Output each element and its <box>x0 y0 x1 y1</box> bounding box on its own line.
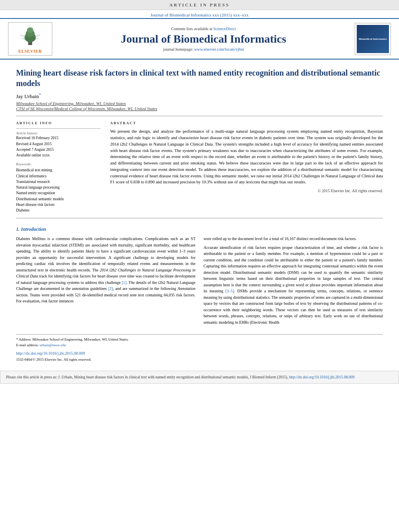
abstract-column: ABSTRACT We present the design, and anal… <box>110 121 383 213</box>
jbi-logo-inner: Biomedical Informatics <box>357 25 389 53</box>
footnote-1: * Address: Milwaukee School of Engineeri… <box>16 337 383 343</box>
aip-text: ARTICLE IN PRESS <box>169 2 230 7</box>
history-label: Article history: <box>16 131 101 135</box>
citation-text: Please cite this article in press as: J.… <box>6 375 288 379</box>
article-title: Mining heart disease risk factors in cli… <box>16 68 383 88</box>
body-content: 1. Introduction Diabetes Mellitus is a c… <box>16 226 383 328</box>
journal-reference: Journal of Biomedical Informatics xxx (2… <box>0 10 399 18</box>
jbi-logo: Biomedical Informatics <box>355 23 391 55</box>
article-info-header: ARTICLE INFO <box>16 121 101 125</box>
divider-1 <box>16 116 383 116</box>
main-content: Mining heart disease risk factors in cli… <box>0 60 399 371</box>
keyword-5: Named entity recognition <box>16 190 101 196</box>
intro-left-text: Diabetes Mellitus is a common disease wi… <box>16 236 195 304</box>
doi-link-1[interactable]: http://dx.doi.org/10.1016/j.jbi.2015.08.… <box>16 351 85 355</box>
homepage-line: journal homepage: www.elsevier.com/locat… <box>56 47 351 51</box>
article-info-column: ARTICLE INFO Article history: Received 1… <box>16 121 101 213</box>
keywords-label: Keywords: <box>16 162 101 166</box>
citation-doi-link[interactable]: http://dx.doi.org/10.1016/j.jbi.2015.08.… <box>289 375 355 379</box>
abstract-text: We present the design, and analyze the p… <box>110 128 383 185</box>
author-name: Jay Urbain* <box>16 92 383 100</box>
col-divider <box>16 128 101 129</box>
author-sup: * <box>39 92 41 97</box>
svg-point-3 <box>27 27 33 33</box>
revised-date: Revised 4 August 2015 <box>16 141 101 147</box>
affiliation-2: CTSI of SE Wisconsin/Medical College of … <box>16 107 383 111</box>
svg-line-7 <box>35 38 38 39</box>
email-link[interactable]: urbain@msoe.edu <box>39 343 66 347</box>
keyword-1: Biomedical text mining <box>16 167 101 173</box>
keyword-3: Translational research <box>16 179 101 185</box>
footnotes: * Address: Milwaukee School of Engineeri… <box>16 334 383 363</box>
footnote-email: E-mail address: urbain@msoe.edu <box>16 343 383 348</box>
divider-2 <box>16 218 383 218</box>
sciencedirect-link[interactable]: ScienceDirect <box>213 27 236 31</box>
keyword-8: Diabetes <box>16 207 101 213</box>
journal-header: ELSEVIER Contents lists available at Sci… <box>0 18 399 60</box>
intro-right-text: were rolled up to the document level for… <box>204 236 383 325</box>
abstract-header: ABSTRACT <box>110 121 383 125</box>
journal-ref-text: Journal of Biomedical Informatics xxx (2… <box>150 12 249 17</box>
citation-box: Please cite this article in press as: J.… <box>0 371 399 384</box>
copyright: © 2015 Elsevier Inc. All rights reserved… <box>110 189 383 193</box>
received-date: Received 16 February 2015 <box>16 135 101 141</box>
intro-section-title: 1. Introduction <box>16 226 383 232</box>
keyword-2: Clinical informatics <box>16 173 101 179</box>
homepage-link[interactable]: www.elsevier.com/locate/yjbin <box>194 47 244 51</box>
intro-right-col: were rolled up to the document level for… <box>204 236 383 328</box>
journal-title: Journal of Biomedical Informatics <box>56 33 351 45</box>
elsevier-name: ELSEVIER <box>19 49 42 53</box>
aip-banner: ARTICLE IN PRESS <box>0 0 399 10</box>
intro-two-col: Diabetes Mellitus is a common disease wi… <box>16 236 383 328</box>
svg-line-6 <box>22 38 25 39</box>
journal-header-center: Contents lists available at ScienceDirec… <box>52 27 355 51</box>
article-info-abstract: ARTICLE INFO Article history: Received 1… <box>16 121 383 213</box>
affiliation-1: Milwaukee School of Engineering, Milwauk… <box>16 101 383 106</box>
sciencedirect-line: Contents lists available at ScienceDirec… <box>56 27 351 31</box>
keyword-6: Distributional semantic models <box>16 196 101 202</box>
keyword-7: Heart disease risk factors <box>16 202 101 207</box>
elsevier-logo: ELSEVIER <box>8 22 52 55</box>
keyword-4: Natural language processing <box>16 185 101 190</box>
elsevier-tree-icon <box>16 26 44 46</box>
intro-left-col: Diabetes Mellitus is a common disease wi… <box>16 236 195 328</box>
accepted-date: Accepted 7 August 2015 <box>16 147 101 152</box>
issn-text: 1532-0464/© 2015 Elsevier Inc. All right… <box>16 357 91 362</box>
available-date: Available online xxxx <box>16 152 101 158</box>
